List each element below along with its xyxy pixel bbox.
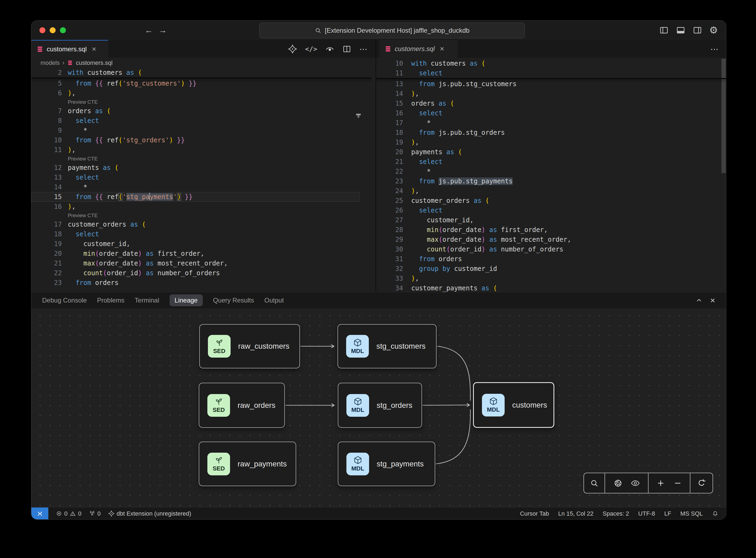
toggle-panel-icon[interactable] [676, 25, 685, 35]
code-line-10[interactable]: 10 from {{ ref('stg_orders') }} [31, 135, 371, 145]
lineage-node-stg_customers[interactable]: MDLstg_customers [338, 324, 437, 369]
preview-eye-icon[interactable] [325, 45, 334, 53]
problems-status[interactable]: 0 0 [56, 510, 81, 517]
code-line-21[interactable]: 21 max(order_date) as most_recent_order, [31, 258, 371, 268]
code-line-9[interactable]: 9 * [31, 126, 371, 135]
close-panel-icon[interactable]: × [710, 296, 715, 305]
code-line-24[interactable]: 24), [376, 186, 726, 196]
code-line-21[interactable]: 21 select [376, 157, 726, 167]
ports-status[interactable]: 0 [89, 510, 101, 517]
panel-tab-output[interactable]: Output [264, 295, 284, 306]
refresh-icon[interactable] [697, 479, 706, 488]
zoom-window-button[interactable] [60, 27, 66, 33]
search-icon[interactable] [590, 479, 599, 488]
close-window-button[interactable] [40, 27, 45, 33]
code-line-17[interactable]: 17 * [376, 118, 726, 128]
close-tab-icon[interactable]: × [440, 45, 444, 53]
cursor-mode[interactable]: Cursor Tab [520, 510, 549, 517]
more-actions-icon[interactable]: ⋯ [710, 44, 719, 54]
code-line-25[interactable]: 25customer_orders as ( [376, 196, 726, 206]
tab-customers-sql-right[interactable]: customers.sql × [379, 40, 458, 58]
code-line-29[interactable]: 29 max(order_date) as most_recent_order, [376, 235, 726, 245]
panel-tab-problems[interactable]: Problems [97, 295, 124, 306]
aperture-icon[interactable] [614, 479, 623, 488]
code-line-12[interactable]: 12payments as ( [31, 163, 371, 173]
lineage-canvas[interactable]: SEDraw_customersMDLstg_customersSEDraw_o… [31, 308, 726, 507]
panel-tab-lineage[interactable]: Lineage [170, 295, 203, 306]
code-line-8[interactable]: 8 select [31, 116, 371, 126]
code-line-34[interactable]: 34customer_payments as ( [376, 283, 726, 292]
panel-tab-debug-console[interactable]: Debug Console [42, 295, 87, 306]
code-line-32[interactable]: 32 group by customer_id [376, 264, 726, 274]
code-line-11[interactable]: 11 select [376, 68, 726, 78]
lineage-node-customers[interactable]: MDLcustomers [473, 382, 554, 428]
remote-indicator[interactable] [31, 507, 48, 519]
code-line-7[interactable]: 7orders as ( [31, 106, 371, 116]
breadcrumb-folder[interactable]: models [41, 59, 60, 67]
compiled-editor[interactable]: 10with customers as (11 select13 from js… [376, 59, 726, 292]
eye-icon[interactable] [631, 479, 640, 488]
code-line-20[interactable]: 20 min(order_date) as first_order, [31, 249, 371, 258]
code-line-13[interactable]: 13 select [31, 173, 371, 182]
eol-sequence[interactable]: LF [664, 510, 671, 517]
code-line-22[interactable]: 22 * [376, 167, 726, 176]
lineage-node-raw_payments[interactable]: SEDraw_payments [199, 441, 296, 486]
command-center[interactable]: [Extension Development Host] jaffle_shop… [259, 23, 525, 39]
code-line-18[interactable]: 18 from js.pub.stg_orders [376, 128, 726, 137]
code-line-13[interactable]: 13 from js.pub.stg_customers [376, 79, 726, 89]
codelens-preview-cte[interactable]: Preview CTE [31, 211, 371, 220]
code-line-16[interactable]: 16), [31, 202, 371, 211]
code-line-31[interactable]: 31 from orders [376, 254, 726, 264]
toggle-secondary-sidebar-icon[interactable] [693, 25, 702, 35]
lineage-node-raw_orders[interactable]: SEDraw_orders [199, 383, 285, 428]
code-line-22[interactable]: 22 count(order_id) as number_of_orders [31, 268, 371, 278]
lineage-node-stg_payments[interactable]: MDLstg_payments [338, 441, 435, 486]
gear-icon[interactable]: ⚙ [709, 25, 718, 35]
code-line-23[interactable]: 23 from orders [31, 278, 371, 288]
code-line-20[interactable]: 20payments as ( [376, 147, 726, 157]
code-line-14[interactable]: 14), [376, 89, 726, 99]
split-editor-icon[interactable] [342, 45, 351, 53]
compile-code-icon[interactable]: </> [305, 45, 317, 53]
toggle-primary-sidebar-icon[interactable] [659, 25, 669, 35]
source-editor[interactable]: 2with customers as (5 from {{ ref('stg_c… [31, 68, 371, 292]
cursor-position[interactable]: Ln 15, Col 22 [558, 510, 594, 517]
language-mode[interactable]: MS SQL [680, 510, 703, 517]
dbt-extension-status[interactable]: dbt Extension (unregistered) [108, 510, 191, 517]
close-tab-icon[interactable]: × [92, 45, 96, 53]
code-line-27[interactable]: 27 customer_id, [376, 215, 726, 225]
scrollbar-thumb[interactable] [722, 59, 726, 173]
minimize-window-button[interactable] [50, 27, 56, 33]
back-icon[interactable]: ← [145, 26, 153, 35]
chevron-up-icon[interactable] [695, 296, 703, 304]
code-line-17[interactable]: 17customer_orders as ( [31, 220, 371, 229]
code-line-2[interactable]: 2with customers as ( [31, 68, 371, 77]
code-line-28[interactable]: 28 min(order_date) as first_order, [376, 225, 726, 235]
code-line-19[interactable]: 19 customer_id, [31, 239, 371, 249]
dbt-icon[interactable] [288, 45, 297, 53]
bell-icon[interactable] [712, 510, 719, 517]
code-line-10[interactable]: 10with customers as ( [376, 59, 726, 68]
codelens-preview-cte[interactable]: Preview CTE [31, 155, 371, 163]
code-line-30[interactable]: 30 count(order_id) as number_of_orders [376, 245, 726, 254]
code-line-18[interactable]: 18 select [31, 229, 371, 239]
code-line-33[interactable]: 33), [376, 274, 726, 283]
forward-icon[interactable]: → [159, 26, 167, 35]
code-line-19[interactable]: 19), [376, 137, 726, 147]
code-line-6[interactable]: 6), [31, 88, 371, 98]
indentation[interactable]: Spaces: 2 [603, 510, 629, 517]
panel-tab-terminal[interactable]: Terminal [135, 295, 159, 306]
code-line-26[interactable]: 26 select [376, 206, 726, 215]
code-line-11[interactable]: 11), [31, 145, 371, 155]
code-line-14[interactable]: 14 * [31, 182, 371, 192]
code-line-5[interactable]: 5 from {{ ref('stg_customers') }} [31, 79, 371, 88]
breadcrumb-file[interactable]: customers.sql [76, 59, 112, 67]
zoom-out-icon[interactable] [673, 479, 682, 488]
codelens-preview-cte[interactable]: Preview CTE [31, 98, 371, 106]
lineage-node-raw_customers[interactable]: SEDraw_customers [199, 324, 300, 369]
code-line-15[interactable]: 15 from {{ ref('stg_payments') }} [31, 192, 360, 202]
more-actions-icon[interactable]: ⋯ [359, 44, 368, 54]
panel-tab-query-results[interactable]: Query Results [213, 295, 254, 306]
code-line-15[interactable]: 15orders as ( [376, 99, 726, 108]
lineage-node-stg_orders[interactable]: MDLstg_orders [338, 383, 422, 428]
